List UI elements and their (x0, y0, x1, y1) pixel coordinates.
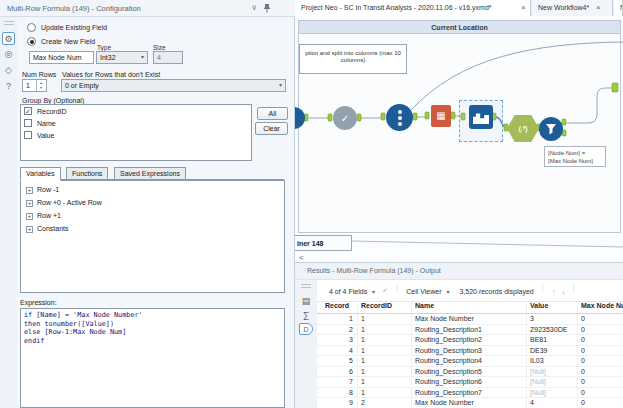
tool-unique-icon[interactable]: ✓ (333, 106, 357, 130)
group-by-listbox[interactable]: ✓ RecordID Name Value (20, 104, 252, 161)
expand-plus-icon[interactable]: + (26, 187, 33, 194)
cell: 3 (527, 314, 578, 324)
expand-plus-icon[interactable]: + (26, 200, 33, 207)
scroll-up-icon[interactable]: ↑ (552, 288, 556, 295)
fields-summary[interactable]: 4 of 4 Fields (329, 288, 367, 295)
toolbar-separator: │ (395, 284, 399, 291)
comment-tool[interactable]: ption and split into columns (max 10 col… (299, 44, 407, 74)
results-panel: Results - Multi-Row Formula (149) - Outp… (295, 262, 623, 408)
workflow-tab-partial[interactable]: N (614, 0, 623, 16)
field-name-input[interactable]: Max Node Num (29, 51, 94, 64)
table-row[interactable]: 81Routing_Description7[Null]0 (317, 388, 623, 399)
group-by-item[interactable]: ✓ RecordID (24, 107, 251, 117)
tree-item-label: Row -1 (37, 186, 59, 193)
values-dropdown[interactable]: 0 or Empty ▾ (61, 79, 286, 92)
all-button[interactable]: All (257, 107, 288, 120)
scroll-down-icon[interactable]: ↓ (561, 288, 565, 295)
type-dropdown[interactable]: Int32 ▾ (96, 51, 148, 64)
pin-icon[interactable] (263, 3, 271, 14)
data-view-icon[interactable]: ▤ (299, 295, 313, 307)
col-header-max-node-num[interactable]: Max Node Num (578, 302, 623, 313)
close-tab-icon[interactable]: × (592, 4, 605, 12)
collapsed-container-tab[interactable]: iner 148 (295, 235, 352, 251)
config-panel-title: Multi-Row Formula (149) - Configuration (7, 4, 141, 13)
results-table-header[interactable]: Record RecordID Name Value Max Node Num (317, 302, 623, 314)
cell: 0 (578, 398, 623, 408)
collapse-arrow-icon[interactable]: < (299, 253, 304, 262)
tab-saved-expressions[interactable]: Saved Expressions (114, 167, 186, 180)
create-new-radio[interactable] (27, 37, 36, 46)
workflow-canvas[interactable]: Current Location ption and spl (295, 16, 623, 262)
tool-multi-row-formula-icon[interactable] (469, 105, 493, 129)
table-row[interactable]: 31Routing_Description2BE810 (317, 335, 623, 346)
group-by-item-label: RecordID (37, 108, 67, 115)
tree-item-row-plus-1[interactable]: + Row +1 (21, 210, 284, 223)
help-tab-icon[interactable]: ? (2, 80, 15, 93)
cell: 6 (317, 367, 358, 377)
expand-plus-icon[interactable]: + (26, 226, 33, 233)
panel-grip-handle[interactable] (301, 284, 311, 289)
variables-tree[interactable]: + Row -1 + Row +0 - Active Row + Row +1 … (20, 180, 285, 293)
config-panel-titlebar[interactable]: Multi-Row Formula (149) - Configuration … (0, 0, 295, 17)
expression-code[interactable]: if [Name] = 'Max Node Number' then tonum… (24, 311, 143, 345)
expression-editor[interactable]: if [Name] = 'Max Node Number' then tonum… (20, 308, 285, 408)
size-input: 4 (153, 51, 183, 64)
configuration-tab-icon[interactable]: ⚙ (2, 32, 15, 45)
checkbox-checked-icon[interactable]: ✓ (24, 107, 32, 115)
stepper-arrows-icon[interactable]: ▴▾ (36, 80, 45, 91)
tool-filter-icon[interactable] (539, 117, 563, 141)
table-row[interactable]: 21Routing_Description1Z923530DE0 (317, 325, 623, 336)
caret-down-icon[interactable]: ▾ (446, 288, 449, 295)
table-row[interactable]: 92Max Node Number40 (317, 398, 623, 408)
close-tab-icon[interactable]: × (517, 4, 530, 12)
col-header-recordid[interactable]: RecordID (358, 302, 412, 313)
panel-grip-handle[interactable] (4, 21, 14, 26)
tree-item-active-row[interactable]: + Row +0 - Active Row (21, 197, 284, 210)
tool-record-id-icon[interactable] (386, 104, 413, 131)
workflow-tab-active[interactable]: Project Neo - SC In Transit Analysis - 2… (295, 0, 531, 16)
col-header-name[interactable]: Name (412, 302, 527, 313)
apply-check-icon[interactable]: ✓ (382, 287, 388, 295)
col-header-record[interactable]: Record (317, 302, 358, 313)
checkbox-unchecked-icon[interactable] (24, 119, 32, 127)
tree-item-constants[interactable]: + Constants (21, 223, 284, 236)
clear-button[interactable]: Clear (255, 122, 288, 135)
caret-down-icon[interactable]: ▾ (372, 288, 375, 295)
chevron-down-icon[interactable]: ∨ (251, 3, 257, 12)
metadata-view-icon[interactable]: ∑ (299, 309, 313, 321)
table-row[interactable]: 61Routing_Description5[Null]0 (317, 367, 623, 378)
table-row[interactable]: 41Routing_Description3DE390 (317, 346, 623, 357)
dot (398, 110, 402, 114)
table-row[interactable]: 11Max Node Number30 (317, 314, 623, 325)
checkbox-unchecked-icon[interactable] (24, 131, 32, 139)
update-existing-label: Update Existing Field (41, 24, 107, 31)
cell-preview-icon[interactable]: D (299, 323, 313, 335)
num-rows-label: Num Rows (22, 71, 56, 78)
results-header[interactable]: Results - Multi-Row Formula (149) - Outp… (295, 263, 623, 280)
cell: Routing_Description3 (412, 346, 527, 356)
toolbar-separator: │ (541, 284, 545, 291)
tool-annotation[interactable]: [Node Num] = [Max Node Num] (544, 146, 606, 167)
navigation-tab-icon[interactable]: ◎ (2, 48, 15, 61)
col-header-value[interactable]: Value (527, 302, 578, 313)
toolbar-separator: │ (572, 284, 576, 291)
cell: 1 (358, 346, 412, 356)
num-rows-stepper[interactable]: 1 ▴▾ (22, 79, 47, 92)
group-by-item[interactable]: Name (24, 119, 251, 129)
tab-variables[interactable]: Variables (20, 167, 61, 181)
values-label: Values for Rows that don't Exist (62, 71, 160, 78)
tab-functions[interactable]: Functions (66, 167, 108, 180)
group-by-item[interactable]: Value (24, 131, 251, 141)
check-icon: ✓ (341, 113, 349, 124)
alteryx-designer-window: Multi-Row Formula (149) - Configuration … (0, 0, 623, 408)
update-existing-radio[interactable] (27, 23, 36, 32)
table-row[interactable]: 51Routing_Description4IL030 (317, 356, 623, 367)
tool-transpose-icon[interactable]: ▦ (431, 105, 451, 127)
tree-item-row-minus-1[interactable]: + Row -1 (21, 184, 284, 197)
cell-viewer-button[interactable]: Cell Viewer (406, 288, 441, 295)
annotation-tab-icon[interactable]: ◇ (2, 64, 15, 77)
expand-plus-icon[interactable]: + (26, 213, 33, 220)
table-row[interactable]: 71Routing_Description6[Null]0 (317, 377, 623, 388)
workflow-tab-label: N (614, 4, 623, 11)
cell: 1 (358, 367, 412, 377)
